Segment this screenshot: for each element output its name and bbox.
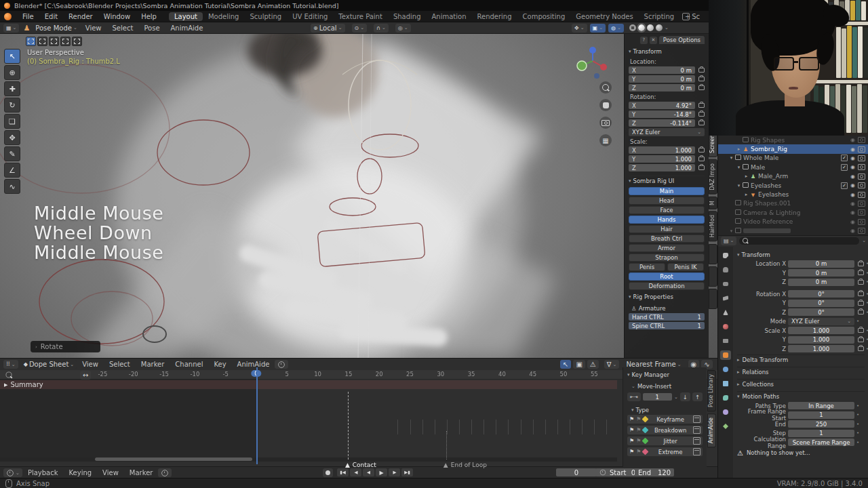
rig-layer-button[interactable]: Armor bbox=[629, 244, 705, 252]
properties-tab-icon[interactable] bbox=[720, 293, 731, 303]
rig-layer-button[interactable]: Penis IK bbox=[667, 263, 704, 271]
toolbar-tool-button[interactable] bbox=[4, 49, 20, 64]
select-mode-box[interactable] bbox=[37, 37, 47, 46]
outliner-row[interactable]: Camera & Lighting ✓ ◉ bbox=[718, 208, 868, 217]
toolbar-tool-button[interactable] bbox=[4, 65, 20, 80]
rotation-field-row[interactable]: Z-0.114° bbox=[629, 119, 705, 127]
key-manager-header[interactable]: ▾Key Manager bbox=[627, 370, 703, 380]
rotation-field-row[interactable]: Y-14.8° bbox=[629, 110, 705, 118]
toolbar-tool-button[interactable] bbox=[4, 163, 20, 178]
scale-row[interactable]: Y1.000• bbox=[737, 336, 865, 344]
filter-chevron-icon[interactable]: ⌄ bbox=[862, 238, 866, 243]
transport-button[interactable] bbox=[376, 468, 387, 476]
camera-restrict-icon[interactable] bbox=[858, 137, 865, 143]
dope-sheet-side-tab[interactable]: Pose Library bbox=[707, 370, 716, 411]
snap-magnet-toggle[interactable]: ∩⌄ bbox=[374, 24, 389, 33]
outliner-row[interactable]: ▸ Sombra_Rig ✓ ◉ bbox=[718, 144, 868, 153]
outliner-row[interactable]: ▾ ✓ ◉ bbox=[718, 226, 868, 235]
deselect-flag-icon[interactable]: ⚑ bbox=[636, 416, 641, 422]
toolbar-tool-button[interactable] bbox=[4, 81, 20, 96]
frame-end-field[interactable]: End120 bbox=[635, 468, 674, 476]
keyframe-type-row[interactable]: ⚑ ⚑ Breakdown bbox=[627, 426, 703, 434]
toolbar-tool-button[interactable] bbox=[4, 146, 20, 161]
frame-start-field[interactable]: Start0 bbox=[595, 468, 639, 476]
properties-tab-icon[interactable] bbox=[720, 393, 731, 403]
rig-ui-panel-header[interactable]: ▾Sombra Rig UI bbox=[629, 176, 705, 186]
timeline-marker[interactable]: ▲Contact bbox=[345, 462, 376, 468]
sidebar-category-tab[interactable]: DAZ Impo bbox=[709, 159, 717, 195]
camera-restrict-icon[interactable] bbox=[858, 228, 865, 234]
warning-filter-icon[interactable]: ⚠ bbox=[587, 360, 599, 369]
location-field-row[interactable]: X0 m bbox=[629, 66, 705, 74]
keyframe-type-row[interactable]: ⚑ ⚑ Keyframe bbox=[627, 415, 703, 424]
camera-restrict-icon[interactable] bbox=[858, 192, 865, 198]
delete-icon[interactable] bbox=[693, 437, 701, 445]
collapsed-panel-header[interactable]: ▸Delta Transform bbox=[737, 354, 865, 365]
workspace-tab[interactable]: Compositing bbox=[517, 12, 571, 21]
scene-selector[interactable]: Sc bbox=[682, 11, 700, 22]
scale-field-row[interactable]: Y1.000 bbox=[629, 155, 705, 163]
panel-close-icon[interactable]: ✕ bbox=[650, 37, 657, 44]
properties-tab-icon[interactable] bbox=[720, 265, 731, 274]
properties-tab-icon[interactable] bbox=[720, 350, 731, 360]
transport-button[interactable] bbox=[337, 468, 349, 476]
move-amount-field[interactable]: 1 bbox=[643, 393, 672, 401]
frame-step-icon[interactable]: ⇤⇥ bbox=[627, 392, 641, 401]
timeline-editor-icon[interactable]: ⌄ bbox=[3, 468, 22, 477]
xray-toggle[interactable]: ◍⌄ bbox=[608, 24, 624, 33]
workspace-tab[interactable]: Modeling bbox=[203, 12, 245, 21]
eye-icon[interactable]: ◉ bbox=[850, 228, 855, 234]
lock-icon[interactable] bbox=[698, 157, 705, 161]
outliner-row[interactable]: ▾ Male ✓ ◉ bbox=[718, 163, 868, 171]
pivot-point-dropdown[interactable]: ⊙⌄ bbox=[352, 24, 368, 33]
eye-icon[interactable]: ◉ bbox=[850, 155, 855, 161]
timeline-ruler[interactable]: -25-20-15-10-50510152025303540455055 bbox=[0, 370, 717, 380]
eye-icon[interactable]: ◉ bbox=[850, 219, 855, 225]
rig-layer-button[interactable]: Deformation bbox=[629, 282, 705, 290]
rig-layer-button[interactable]: Hair bbox=[629, 225, 705, 233]
camera-restrict-icon[interactable] bbox=[858, 209, 865, 216]
scale-row[interactable]: Scale X1.000• bbox=[737, 327, 865, 335]
camera-restrict-icon[interactable] bbox=[858, 164, 865, 170]
outliner-row[interactable]: Rig Shapes.001 ✓ ◉ bbox=[718, 199, 868, 208]
menu-item[interactable]: File bbox=[17, 13, 39, 20]
checkbox-icon[interactable]: ✓ bbox=[841, 155, 848, 161]
lock-icon[interactable] bbox=[698, 85, 705, 90]
rig-layer-button[interactable]: Hands bbox=[629, 216, 705, 224]
menu-item[interactable]: Render bbox=[63, 13, 98, 20]
menu-item[interactable]: Help bbox=[136, 13, 162, 20]
rotation-mode-row[interactable]: Mode XYZ Euler⌄• bbox=[737, 317, 865, 325]
rig-property-slider[interactable]: Spine CTRL1 bbox=[629, 322, 705, 329]
rotation-row[interactable]: Z0°• bbox=[737, 308, 865, 317]
location-row[interactable]: Location X0 m• bbox=[737, 260, 865, 268]
dope-sheet-menu-item[interactable]: View bbox=[77, 361, 104, 368]
ghost-icon[interactable]: ▣ bbox=[573, 360, 585, 369]
camera-restrict-icon[interactable] bbox=[858, 155, 865, 161]
deselect-flag-icon[interactable]: ⚑ bbox=[636, 438, 641, 444]
shading-solid[interactable] bbox=[638, 24, 645, 31]
workspace-tab[interactable]: Sculpting bbox=[244, 12, 287, 21]
workspace-tab[interactable]: Shading bbox=[388, 12, 427, 21]
viewport-menu-item[interactable]: AnimAide bbox=[165, 24, 209, 32]
checkbox-icon[interactable]: ✓ bbox=[841, 182, 848, 189]
menu-item[interactable]: Edit bbox=[39, 13, 63, 20]
editor-type-button[interactable]: ▦⌄ bbox=[3, 24, 19, 33]
toolbar-tool-button[interactable] bbox=[4, 130, 20, 145]
motion-path-row[interactable]: Calculation RangeScene Frame Range• bbox=[737, 439, 865, 447]
select-mode-circle[interactable] bbox=[49, 37, 59, 46]
proportional-editing-dropdown[interactable]: ◎⌄ bbox=[395, 24, 411, 33]
checkbox-icon[interactable]: ✓ bbox=[841, 164, 848, 171]
eye-icon[interactable]: ◉ bbox=[850, 146, 855, 152]
horizontal-scrollbar[interactable] bbox=[95, 458, 252, 461]
insert-key-down-icon[interactable]: ↓ bbox=[680, 392, 690, 401]
workspace-tab[interactable]: Geometry Nodes bbox=[570, 12, 638, 21]
rig-property-slider[interactable]: Hand CTRL1 bbox=[629, 313, 705, 321]
lock-icon[interactable] bbox=[698, 121, 705, 125]
channel-search-icon[interactable] bbox=[6, 372, 12, 378]
rotation-field-row[interactable]: X4.92° bbox=[629, 102, 705, 109]
lock-icon[interactable] bbox=[698, 148, 705, 152]
pan-hand-icon[interactable] bbox=[599, 99, 612, 111]
collapsed-panel-header[interactable]: ▸Collections bbox=[737, 379, 865, 390]
outliner-row[interactable]: ▸ Male_Arm ✓ ◉ bbox=[718, 172, 868, 181]
camera-view-icon[interactable] bbox=[599, 117, 612, 129]
